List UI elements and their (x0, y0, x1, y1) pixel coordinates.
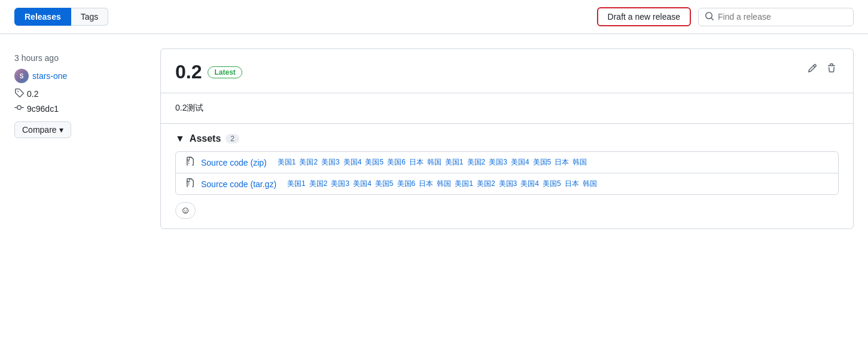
nav-buttons: Releases Tags (14, 8, 108, 26)
mirror-link[interactable]: 美国2 (477, 179, 495, 189)
targz-mirrors: 美国1 美国2 美国3 美国4 美国5 美国6 日本 韩国 美国1 美国2 美国… (287, 179, 597, 189)
main-content: 3 hours ago S stars-one 0.2 9c96dc1 (0, 34, 868, 243)
mirror-link[interactable]: 美国4 (343, 157, 362, 167)
sidebar-commit: 9c96dc1 (14, 103, 146, 114)
release-description: 0.2测试 (161, 93, 853, 124)
release-version: 0.2 (175, 61, 202, 83)
mirror-link[interactable]: 美国2 (309, 179, 328, 189)
chevron-down-icon: ▾ (59, 125, 63, 135)
emoji-reaction-button[interactable]: ☺ (175, 202, 196, 219)
mirror-link[interactable]: 韩国 (437, 179, 451, 189)
header-bar: Releases Tags Draft a new release (0, 0, 868, 34)
mirror-link[interactable]: 美国5 (543, 179, 561, 189)
mirror-link[interactable]: 美国5 (533, 157, 552, 167)
mirror-link[interactable]: 美国1 (278, 157, 296, 167)
search-icon (705, 11, 714, 23)
mirror-link[interactable]: 美国4 (511, 157, 529, 167)
table-row: Source code (zip) 美国1 美国2 美国3 美国4 美国5 美国… (176, 152, 838, 173)
assets-label: Assets (190, 133, 221, 144)
delete-button[interactable] (824, 61, 839, 77)
sidebar-tag: 0.2 (14, 88, 146, 99)
targz-icon (185, 178, 195, 190)
mirror-link[interactable]: 美国4 (353, 179, 371, 189)
mirror-link[interactable]: 美国3 (489, 157, 507, 167)
avatar: S (14, 69, 29, 83)
releases-button[interactable]: Releases (14, 8, 71, 26)
mirror-link[interactable]: 韩国 (583, 179, 597, 189)
username-link[interactable]: stars-one (32, 71, 67, 81)
assets-section: ▼ Assets 2 Source code (zip) 美国1 美国2 (161, 124, 853, 228)
mirror-link[interactable]: 日本 (419, 179, 433, 189)
tag-icon (14, 88, 24, 99)
mirror-link[interactable]: 日本 (409, 157, 424, 167)
mirror-link[interactable]: 美国6 (387, 157, 406, 167)
source-targz-link[interactable]: Source code (tar.gz) (201, 179, 276, 189)
mirror-link[interactable]: 美国2 (299, 157, 318, 167)
search-input[interactable] (718, 12, 847, 22)
assets-triangle-icon: ▼ (175, 133, 185, 144)
draft-release-button[interactable]: Draft a new release (597, 7, 691, 26)
header-right: Draft a new release (597, 7, 854, 26)
mirror-link[interactable]: 美国1 (455, 179, 473, 189)
release-time: 3 hours ago (14, 53, 146, 63)
assets-header[interactable]: ▼ Assets 2 (175, 133, 839, 144)
mirror-link[interactable]: 美国2 (467, 157, 486, 167)
assets-table: Source code (zip) 美国1 美国2 美国3 美国4 美国5 美国… (175, 151, 839, 195)
mirror-link[interactable]: 韩国 (572, 157, 587, 167)
zip-mirrors: 美国1 美国2 美国3 美国4 美国5 美国6 日本 韩国 美国1 美国2 美国… (278, 157, 587, 167)
tags-button[interactable]: Tags (71, 8, 109, 26)
mirror-link[interactable]: 日本 (555, 157, 569, 167)
release-actions (805, 61, 839, 77)
mirror-link[interactable]: 美国3 (499, 179, 517, 189)
edit-button[interactable] (805, 61, 820, 77)
assets-count: 2 (226, 134, 239, 144)
compare-label: Compare (22, 125, 57, 135)
zip-icon (185, 157, 195, 168)
mirror-link[interactable]: 日本 (565, 179, 579, 189)
sidebar: 3 hours ago S stars-one 0.2 9c96dc1 (14, 48, 146, 138)
tag-value: 0.2 (27, 89, 38, 99)
mirror-link[interactable]: 美国5 (365, 157, 383, 167)
mirror-link[interactable]: 美国3 (321, 157, 340, 167)
release-card: 0.2 Latest 0.2测试 ▼ (160, 48, 854, 229)
sidebar-user: S stars-one (14, 69, 146, 83)
search-box (698, 8, 854, 26)
release-header: 0.2 Latest (161, 49, 853, 93)
source-zip-link[interactable]: Source code (zip) (201, 158, 267, 167)
mirror-link[interactable]: 美国4 (520, 179, 539, 189)
mirror-link[interactable]: 美国1 (287, 179, 306, 189)
mirror-link[interactable]: 美国3 (331, 179, 349, 189)
latest-badge: Latest (208, 66, 242, 78)
commit-icon (14, 103, 24, 114)
mirror-link[interactable]: 美国1 (445, 157, 464, 167)
mirror-link[interactable]: 韩国 (427, 157, 441, 167)
release-title-row: 0.2 Latest (175, 61, 242, 83)
commit-value: 9c96dc1 (27, 104, 59, 114)
mirror-link[interactable]: 美国6 (397, 179, 416, 189)
mirror-link[interactable]: 美国5 (375, 179, 394, 189)
compare-button[interactable]: Compare ▾ (14, 121, 71, 138)
table-row: Source code (tar.gz) 美国1 美国2 美国3 美国4 美国5… (176, 173, 838, 194)
